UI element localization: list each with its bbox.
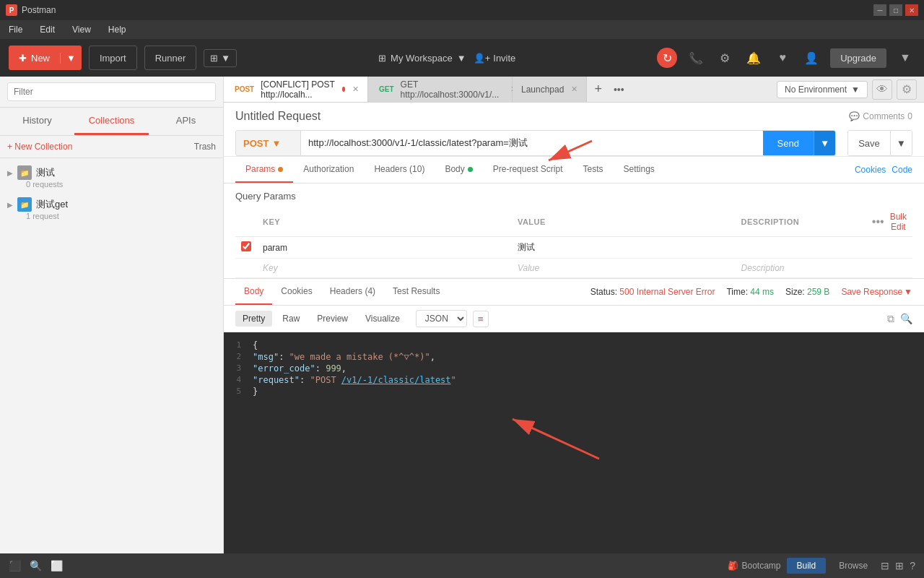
url-input[interactable] xyxy=(301,138,763,149)
collection-item-1[interactable]: ▶ 📁 测试get 1 request xyxy=(0,193,223,225)
environment-settings-button[interactable]: ⚙ xyxy=(897,79,917,100)
req-tab-body[interactable]: Body xyxy=(435,157,482,183)
comments-button[interactable]: 💬 Comments 0 xyxy=(849,111,912,121)
code-line-5: 5 } xyxy=(224,386,924,397)
avatar-button[interactable]: 👤 xyxy=(801,48,821,68)
req-tab-authorization[interactable]: Authorization xyxy=(293,157,364,183)
phone-button[interactable]: 📞 xyxy=(686,48,706,68)
response-tab-body[interactable]: Body xyxy=(235,279,272,305)
environment-selector[interactable]: No Environment ▼ xyxy=(777,81,868,98)
send-btn-group: Send ▼ xyxy=(763,131,836,155)
tab-close-2[interactable]: ✕ xyxy=(571,85,578,94)
environment-label: No Environment xyxy=(785,85,847,95)
more-tabs-button[interactable]: ••• xyxy=(609,84,629,95)
layout-button[interactable]: ⊞ xyxy=(895,560,904,571)
format-select[interactable]: JSON XML HTML Text xyxy=(416,310,467,327)
settings-button[interactable]: ⚙ xyxy=(715,48,735,68)
sidebar-tab-collections[interactable]: Collections xyxy=(74,108,149,135)
heart-button[interactable]: ♥ xyxy=(772,48,793,68)
view-preview-button[interactable]: Preview xyxy=(310,311,355,327)
params-more-button[interactable]: ••• xyxy=(872,215,884,228)
send-button[interactable]: Send xyxy=(763,131,814,155)
invite-button[interactable]: 👤+ Invite xyxy=(474,53,516,64)
cookies-link[interactable]: Cookies xyxy=(855,165,886,175)
runner-button[interactable]: Runner xyxy=(144,46,197,70)
comments-count: 0 xyxy=(907,111,912,121)
tab-0[interactable]: POST [CONFLICT] POST http://localh... ✕ xyxy=(224,77,368,103)
request-tabs: Params Authorization Headers (10) Body P… xyxy=(224,157,924,184)
view-visualize-button[interactable]: Visualize xyxy=(358,311,407,327)
sidebar-tab-history[interactable]: History xyxy=(0,108,74,135)
new-button-label: New xyxy=(31,53,50,64)
add-tab-button[interactable]: + xyxy=(587,82,609,97)
apps-button[interactable]: ⊞ ▼ xyxy=(204,49,237,67)
send-arrow-button[interactable]: ▼ xyxy=(814,131,835,155)
line-num-4: 4 xyxy=(224,375,253,384)
req-tab-settings[interactable]: Settings xyxy=(614,157,665,183)
menu-help[interactable]: Help xyxy=(105,23,129,36)
sidebar-tab-apis[interactable]: APIs xyxy=(149,108,223,135)
collection-list: ▶ 📁 测试 0 requests ▶ 📁 测试get 1 request xyxy=(0,158,223,553)
req-tab-prerequest[interactable]: Pre-request Script xyxy=(483,157,573,183)
method-arrow: ▼ xyxy=(271,138,281,149)
save-btn-group: Save ▼ xyxy=(847,130,912,156)
trash-button[interactable]: Trash xyxy=(194,142,216,152)
save-arrow-button[interactable]: ▼ xyxy=(890,131,912,155)
upgrade-arrow[interactable]: ▼ xyxy=(895,48,915,68)
collection-item-0[interactable]: ▶ 📁 测试 0 requests xyxy=(0,161,223,193)
req-tab-params[interactable]: Params xyxy=(235,157,293,183)
upgrade-button[interactable]: Upgrade xyxy=(830,48,886,68)
import-button[interactable]: Import xyxy=(89,46,137,70)
browse-button[interactable]: Browse xyxy=(832,558,875,574)
save-button[interactable]: Save xyxy=(848,131,890,155)
search-response-button[interactable]: 🔍 xyxy=(900,313,912,325)
save-response-button[interactable]: Save Response ▼ xyxy=(841,287,912,297)
bootcamp-button[interactable]: 🎒 Bootcamp xyxy=(728,561,780,571)
wrap-button[interactable]: ≡ xyxy=(473,311,489,327)
query-params-section: Query Params KEY VALUE DESCRIPTION ••• B… xyxy=(224,184,924,278)
response-tab-headers[interactable]: Headers (4) xyxy=(321,279,384,305)
new-collection-button[interactable]: + New Collection xyxy=(7,142,72,152)
sync-button[interactable]: ↻ xyxy=(657,48,677,68)
build-button[interactable]: Build xyxy=(787,558,827,574)
copy-button[interactable]: ⧉ xyxy=(887,313,894,325)
menu-edit[interactable]: Edit xyxy=(37,23,58,36)
tab-1[interactable]: GET GET http://localhost:3000/v1/... ✕ xyxy=(368,77,513,103)
view-raw-button[interactable]: Raw xyxy=(275,311,307,327)
menu-file[interactable]: File xyxy=(6,23,25,36)
maximize-button[interactable]: □ xyxy=(889,4,902,16)
tab-2[interactable]: Launchpad ✕ xyxy=(513,77,587,103)
tabs-bar: POST [CONFLICT] POST http://localh... ✕ … xyxy=(224,77,924,103)
console-button[interactable]: ⬜ xyxy=(51,560,63,571)
response-tab-test-results[interactable]: Test Results xyxy=(384,279,448,305)
method-select[interactable]: POST ▼ xyxy=(236,131,301,155)
environment-eye-button[interactable]: 👁 xyxy=(872,79,892,100)
close-button[interactable]: ✕ xyxy=(905,4,918,16)
split-view-button[interactable]: ⊟ xyxy=(881,560,889,571)
bootcamp-icon: 🎒 xyxy=(728,561,738,571)
search-button[interactable]: 🔍 xyxy=(30,560,42,571)
menu-view[interactable]: View xyxy=(69,23,94,36)
param-checkbox-0[interactable] xyxy=(241,241,251,251)
view-pretty-button[interactable]: Pretty xyxy=(235,311,272,327)
status-label: Status: 500 Internal Server Error xyxy=(590,287,715,297)
workspace-button[interactable]: ⊞ My Workspace ▼ xyxy=(378,53,466,64)
minimize-button[interactable]: ─ xyxy=(873,4,886,16)
request-link[interactable]: /v1/-1/classic/latest xyxy=(341,375,451,385)
new-button[interactable]: ✚ New ▼ xyxy=(9,46,82,70)
app-title: Postman xyxy=(22,5,56,15)
tab-label-1: GET http://localhost:3000/v1/... xyxy=(401,79,500,100)
window-controls[interactable]: ─ □ ✕ xyxy=(873,4,918,16)
param-value-0: 测试 xyxy=(518,242,535,252)
bulk-edit-button[interactable]: Bulk Edit xyxy=(890,212,907,232)
sidebar-toggle-button[interactable]: ⬛ xyxy=(9,560,21,571)
req-tab-tests[interactable]: Tests xyxy=(572,157,613,183)
response-tab-cookies[interactable]: Cookies xyxy=(272,279,321,305)
filter-input[interactable] xyxy=(7,82,216,101)
tab-close-0[interactable]: ✕ xyxy=(352,85,359,94)
notifications-button[interactable]: 🔔 xyxy=(744,48,764,68)
help-button[interactable]: ? xyxy=(910,560,915,571)
req-tab-headers[interactable]: Headers (10) xyxy=(364,157,435,183)
code-link[interactable]: Code xyxy=(892,165,912,175)
sidebar-actions: + New Collection Trash xyxy=(0,136,223,158)
